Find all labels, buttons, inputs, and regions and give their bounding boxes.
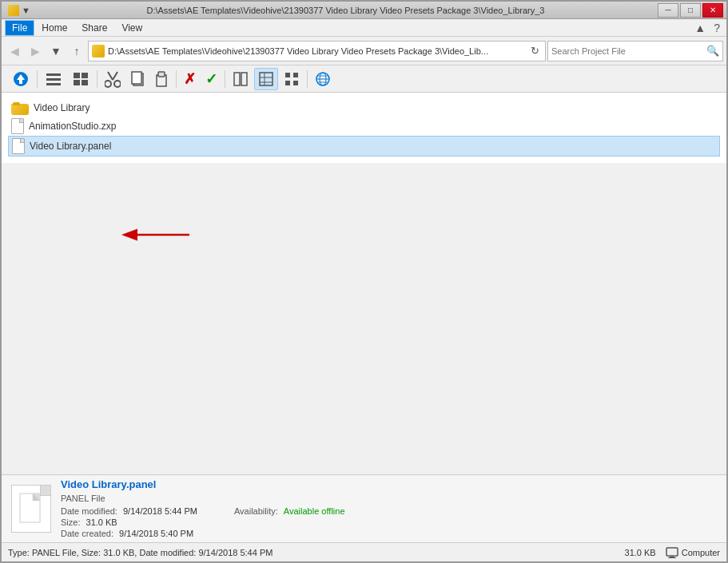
view-details-button[interactable] bbox=[68, 68, 93, 90]
toolbar-separator-2 bbox=[97, 70, 97, 88]
computer-button[interactable]: Computer bbox=[666, 546, 720, 559]
size-label: Size: bbox=[61, 517, 80, 527]
preview-icon-svg bbox=[19, 493, 43, 525]
refresh-button[interactable]: ↻ bbox=[527, 44, 542, 58]
preview-size-row: Size: 31.0 KB bbox=[61, 517, 717, 527]
view-tiles-button[interactable] bbox=[280, 68, 304, 90]
copy-icon bbox=[130, 70, 145, 88]
menu-share[interactable]: Share bbox=[74, 20, 114, 36]
title-bar: ▼ D:\Assets\AE Templates\Videohive\21390… bbox=[2, 2, 726, 19]
svg-rect-4 bbox=[46, 83, 61, 85]
search-icon[interactable]: 🔍 bbox=[706, 45, 719, 57]
cut-button[interactable] bbox=[101, 68, 125, 90]
menu-home[interactable]: Home bbox=[34, 20, 74, 36]
search-input[interactable] bbox=[551, 46, 706, 56]
folder-icon-address bbox=[92, 45, 105, 57]
toolbar-separator-5 bbox=[307, 70, 308, 88]
preview-filename[interactable]: Video Library.panel bbox=[61, 478, 717, 490]
svg-rect-14 bbox=[132, 72, 141, 84]
upload-icon bbox=[12, 70, 30, 88]
svg-rect-17 bbox=[234, 73, 240, 85]
date-modified-label: Date modified: bbox=[61, 506, 117, 516]
toolbar-separator-4 bbox=[225, 70, 225, 88]
menu-bar: File Home Share View ▲ ? bbox=[2, 19, 726, 37]
svg-rect-24 bbox=[293, 73, 298, 77]
svg-rect-3 bbox=[46, 78, 61, 81]
size-value: 31.0 KB bbox=[86, 517, 117, 527]
file-area: Video Library AnimationStudio.zxp bbox=[2, 93, 726, 474]
up-button[interactable]: ↑ bbox=[67, 42, 86, 61]
globe-icon bbox=[315, 71, 331, 87]
preview-size-block: Size: 31.0 KB bbox=[61, 517, 117, 527]
help-button[interactable]: ? bbox=[710, 22, 723, 34]
menu-view[interactable]: View bbox=[114, 20, 149, 36]
view-list-button[interactable] bbox=[41, 68, 66, 90]
computer-label: Computer bbox=[682, 548, 720, 557]
svg-line-10 bbox=[113, 72, 117, 80]
paste-icon bbox=[154, 70, 169, 88]
preview-filetype: PANEL File bbox=[61, 494, 717, 503]
window-title: D:\Assets\AE Templates\Videohive\2139037… bbox=[34, 6, 658, 15]
svg-rect-7 bbox=[74, 80, 80, 85]
svg-rect-6 bbox=[82, 73, 88, 78]
check-icon: ✓ bbox=[205, 70, 217, 88]
svg-rect-5 bbox=[74, 73, 80, 78]
availability-value: Available offline bbox=[284, 506, 345, 516]
paste-button[interactable] bbox=[150, 68, 173, 90]
svg-rect-18 bbox=[241, 73, 247, 85]
search-bar[interactable]: 🔍 bbox=[547, 41, 723, 61]
list-item[interactable]: AnimationStudio.zxp bbox=[8, 117, 720, 136]
preview-panel: Video Library.panel PANEL File Date modi… bbox=[2, 474, 726, 542]
title-bar-controls: ─ □ ✕ bbox=[658, 3, 723, 18]
upload-button[interactable] bbox=[8, 68, 34, 90]
address-text: D:\Assets\AE Templates\Videohive\2139037… bbox=[108, 46, 524, 56]
main-window: ▼ D:\Assets\AE Templates\Videohive\21390… bbox=[0, 0, 728, 563]
delete-icon: ✗ bbox=[184, 70, 196, 88]
back-button[interactable]: ◀ bbox=[5, 42, 24, 61]
svg-rect-19 bbox=[260, 73, 273, 85]
toolbar-separator-3 bbox=[176, 70, 177, 88]
view-pane-button[interactable] bbox=[229, 68, 253, 90]
svg-point-12 bbox=[114, 81, 121, 87]
expand-ribbon-button[interactable]: ▲ bbox=[690, 22, 710, 34]
folder-name: Video Library bbox=[34, 102, 90, 113]
file-name-zxp: AnimationStudio.zxp bbox=[29, 121, 116, 132]
svg-rect-39 bbox=[668, 557, 676, 558]
availability-label: Availability: bbox=[234, 506, 278, 516]
close-button[interactable]: ✕ bbox=[702, 3, 723, 18]
maximize-button[interactable]: □ bbox=[680, 3, 701, 18]
details-icon bbox=[258, 71, 274, 87]
minimize-button[interactable]: ─ bbox=[658, 3, 678, 18]
file-name-panel: Video Library.panel bbox=[30, 141, 111, 152]
list-item[interactable]: Video Library bbox=[8, 99, 720, 117]
toolbar-separator-1 bbox=[37, 70, 38, 88]
copy-button[interactable] bbox=[126, 68, 149, 90]
preview-date-modified-block: Date modified: 9/14/2018 5:44 PM bbox=[61, 506, 197, 516]
menu-file[interactable]: File bbox=[5, 20, 34, 36]
address-bar[interactable]: D:\Assets\AE Templates\Videohive\2139037… bbox=[88, 41, 546, 61]
computer-icon bbox=[666, 546, 678, 559]
check-button[interactable]: ✓ bbox=[201, 68, 221, 90]
preview-availability-block: Availability: Available offline bbox=[234, 506, 345, 516]
view-details-active-button[interactable] bbox=[254, 68, 278, 90]
status-size: 31.0 KB bbox=[625, 548, 656, 557]
preview-info: Video Library.panel PANEL File Date modi… bbox=[61, 478, 717, 540]
nav-dropdown-button[interactable]: ▼ bbox=[46, 42, 66, 61]
status-text: Type: PANEL File, Size: 31.0 KB, Date mo… bbox=[8, 548, 273, 557]
preview-details: Date modified: 9/14/2018 5:44 PM Availab… bbox=[61, 506, 717, 516]
svg-point-11 bbox=[105, 81, 111, 87]
forward-button[interactable]: ▶ bbox=[26, 42, 45, 61]
quick-access-icon[interactable]: ▼ bbox=[22, 6, 30, 15]
svg-rect-2 bbox=[46, 73, 61, 76]
delete-button[interactable]: ✗ bbox=[180, 68, 200, 90]
date-created-value: 9/14/2018 5:40 PM bbox=[119, 529, 193, 538]
network-button[interactable] bbox=[311, 68, 335, 90]
folder-icon bbox=[11, 101, 29, 115]
file-icon-zxp bbox=[11, 118, 24, 134]
status-bar: Type: PANEL File, Size: 31.0 KB, Date mo… bbox=[2, 542, 726, 561]
details-view-icon bbox=[72, 70, 90, 88]
list-item-selected[interactable]: Video Library.panel bbox=[8, 136, 720, 157]
toolbar: ✗ ✓ bbox=[2, 65, 726, 93]
svg-rect-16 bbox=[158, 72, 165, 77]
title-bar-left: ▼ bbox=[5, 5, 34, 16]
